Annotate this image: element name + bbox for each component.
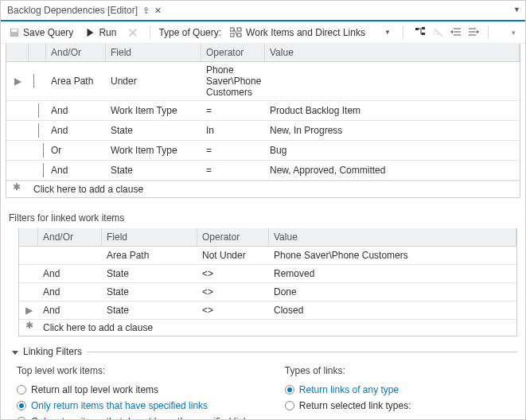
tabstrip-menu-icon[interactable]: ▼ [513, 6, 520, 14]
collapse-icon [12, 346, 18, 357]
cell-operator[interactable]: Not Under [197, 247, 269, 264]
linking-filters-header[interactable]: Linking Filters [12, 346, 517, 357]
cell-field[interactable]: State [102, 283, 197, 301]
col-operator: Operator [201, 44, 265, 61]
cell-value[interactable]: New, Approved, Committed [265, 161, 520, 180]
add-clause-hint[interactable]: Click here to add a clause [43, 322, 153, 333]
svg-rect-11 [422, 27, 425, 29]
table-row[interactable]: OrWork Item Type=Bug [6, 141, 520, 161]
cell-andor[interactable]: And [38, 265, 102, 282]
svg-line-9 [234, 29, 237, 35]
cell-value[interactable]: Done [269, 283, 516, 301]
table-row[interactable]: AndState=New, Approved, Committed [6, 161, 520, 181]
ungroup-icon[interactable] [432, 26, 445, 39]
cell-andor[interactable]: And [46, 121, 106, 140]
svg-marker-22 [477, 30, 479, 33]
svg-rect-1 [12, 29, 18, 32]
type-of-query-label: Type of Query: [158, 27, 221, 38]
row-marker: ▶ [6, 62, 29, 100]
row-marker: ▶ [19, 301, 38, 319]
cell-value[interactable]: New, In Progress [265, 121, 520, 140]
run-button[interactable]: Run [81, 25, 119, 40]
radio-icon [285, 401, 294, 410]
cell-field[interactable]: Area Path [46, 62, 106, 100]
top-filter-grid: And/Or Field Operator Value ▶Area PathUn… [6, 44, 520, 198]
table-row[interactable]: ▶Area PathUnderPhone Saver\Phone Custome… [6, 62, 520, 101]
cell-value[interactable]: Closed [269, 301, 516, 319]
cell-field[interactable]: State [102, 301, 197, 319]
top-level-title: Top level work items: [17, 365, 253, 376]
cell-andor[interactable]: And [38, 301, 102, 319]
table-row[interactable]: AndState<>Done [19, 283, 516, 301]
link-type-option[interactable]: Return selected link types: [285, 400, 420, 411]
col-value: Value [265, 44, 520, 61]
close-icon[interactable]: ✕ [154, 6, 162, 16]
cell-value[interactable]: Product Backlog Item [265, 101, 520, 120]
svg-rect-5 [230, 28, 234, 31]
svg-marker-2 [88, 28, 94, 37]
cell-field[interactable]: Work Item Type [106, 101, 201, 120]
linked-filter-grid: And/Or Field Operator Value Area PathNot… [18, 228, 517, 336]
table-row[interactable]: Area PathNot UnderPhone Saver\Phone Cust… [19, 247, 516, 265]
top-level-option[interactable]: Only return items that have specified li… [17, 400, 253, 411]
cell-andor[interactable]: And [46, 161, 106, 180]
row-marker [6, 161, 29, 180]
svg-line-13 [434, 29, 442, 37]
delete-clause-button[interactable] [124, 25, 142, 40]
cell-andor[interactable]: And [46, 101, 106, 120]
add-row-icon[interactable]: ✱ [19, 320, 38, 336]
table-row[interactable]: AndState<>Removed [19, 265, 516, 283]
cell-value[interactable]: Bug [265, 141, 520, 160]
pin-icon[interactable]: ⇪ [142, 6, 150, 16]
col-field: Field [106, 44, 201, 61]
table-row[interactable]: AndWork Item Type=Product Backlog Item [6, 101, 520, 121]
col-field: Field [102, 228, 197, 246]
svg-marker-18 [450, 30, 453, 33]
radio-icon [17, 385, 26, 395]
table-row[interactable]: ▶AndState<>Closed [19, 301, 516, 320]
cell-andor[interactable] [38, 247, 102, 264]
query-type-icon [230, 27, 243, 38]
cell-andor[interactable]: Or [46, 141, 106, 160]
cell-operator[interactable]: In [201, 121, 265, 140]
cell-value[interactable]: Removed [269, 265, 516, 282]
add-row-icon[interactable]: ✱ [6, 181, 29, 197]
cell-field[interactable]: Area Path [102, 247, 197, 264]
toolbar-overflow-icon[interactable]: ▾ [512, 29, 520, 37]
save-query-button[interactable]: Save Query [6, 25, 76, 40]
chevron-down-icon: ▼ [384, 29, 391, 36]
cell-field[interactable]: State [106, 121, 201, 140]
cell-operator[interactable]: <> [197, 265, 269, 282]
cell-value[interactable]: Phone Saver\Phone Customers [269, 247, 516, 264]
toolbar: Save Query Run Type of Query: Work Items… [1, 21, 525, 44]
cell-operator[interactable]: = [201, 141, 265, 160]
cell-operator[interactable]: <> [197, 301, 269, 319]
table-row[interactable]: AndStateInNew, In Progress [6, 121, 520, 141]
editor-tab[interactable]: Backlog Dependencies [Editor] ⇪ ✕ [1, 1, 168, 20]
outdent-icon[interactable] [450, 26, 462, 39]
cell-operator[interactable]: = [201, 101, 265, 120]
indent-icon[interactable] [467, 26, 480, 39]
cell-operator[interactable]: = [201, 161, 265, 180]
svg-rect-6 [230, 33, 234, 37]
col-andor: And/Or [46, 44, 106, 61]
linked-filters-title: Filters for linked work items [1, 206, 525, 228]
query-type-dropdown[interactable]: Work Items and Direct Links ▼ [226, 25, 395, 40]
cell-value[interactable]: Phone Saver\Phone Customers [201, 62, 265, 100]
cell-field[interactable]: State [106, 161, 201, 180]
tree-icon[interactable] [415, 26, 427, 39]
row-marker [19, 247, 38, 264]
cell-field[interactable]: Work Item Type [106, 141, 201, 160]
cell-andor[interactable]: And [38, 283, 102, 301]
link-type-option[interactable]: Return links of any type [285, 384, 420, 395]
row-marker [19, 283, 38, 301]
cell-operator[interactable]: <> [197, 283, 269, 301]
tab-strip: Backlog Dependencies [Editor] ⇪ ✕ ▼ [1, 1, 525, 21]
add-clause-hint[interactable]: Click here to add a clause [33, 184, 143, 195]
top-level-option[interactable]: Return all top level work items [17, 384, 253, 395]
top-level-option[interactable]: Only return items that do not have the s… [17, 416, 253, 420]
row-marker [19, 265, 38, 282]
cell-field[interactable]: State [102, 265, 197, 282]
svg-rect-10 [415, 28, 419, 30]
cell-operator[interactable]: Under [106, 62, 201, 100]
